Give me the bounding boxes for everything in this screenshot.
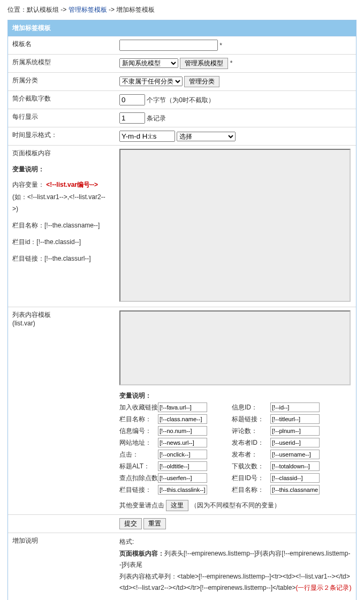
var-row: 信息编号： xyxy=(119,426,232,436)
var-row: 标题ALT： xyxy=(119,461,232,471)
submit-button[interactable]: 提交 xyxy=(119,518,142,529)
label-category: 所属分类 xyxy=(8,73,115,91)
star: * xyxy=(230,59,233,67)
var-field[interactable] xyxy=(270,473,320,483)
var-label: 评论数： xyxy=(232,427,270,436)
var-label: 标题链接： xyxy=(232,415,270,424)
content-var-label: 内容变量： xyxy=(12,181,44,188)
var-label: 栏目名称： xyxy=(232,485,270,495)
var-field[interactable] xyxy=(270,414,320,424)
var-row: 信息ID： xyxy=(232,402,352,412)
var-row: 栏目ID号： xyxy=(232,473,352,483)
other-vars-prefix: 其他变量请点击 xyxy=(119,502,164,509)
input-time-fmt[interactable] xyxy=(119,131,175,142)
breadcrumb-link[interactable]: 管理标签模板 xyxy=(69,6,107,13)
label-page-tpl: 页面模板内容 xyxy=(12,149,111,158)
var-label: 栏目ID号： xyxy=(232,474,270,483)
var-label: 加入收藏链接： xyxy=(119,403,158,412)
label-sys-model: 所属系统模型 xyxy=(8,55,115,73)
input-brief-len[interactable] xyxy=(119,94,145,105)
page-col-id: 栏目id：[!--the.classid--] xyxy=(12,236,111,248)
var-row: 加入收藏链接： xyxy=(119,402,232,412)
textarea-page-tpl[interactable] xyxy=(119,149,351,302)
content-var-value: <!--list.var编号--> xyxy=(46,181,98,188)
list-vars-title: 变量说明： xyxy=(119,391,352,400)
input-tpl-name[interactable] xyxy=(119,40,218,51)
var-row: 下载次数： xyxy=(232,461,352,471)
label-notes: 增加说明 xyxy=(8,533,115,601)
var-label: 标题ALT： xyxy=(119,462,158,471)
var-field[interactable] xyxy=(270,438,320,447)
label-tpl-name: 模板名 xyxy=(8,36,115,55)
breadcrumb: 位置：默认模板组 -> 管理标签模板 -> 增加标签模板 xyxy=(7,5,357,14)
page-vars-title: 变量说明： xyxy=(12,163,111,176)
var-field[interactable] xyxy=(270,485,320,495)
label-list-tpl-sub: (list.var) xyxy=(12,320,111,327)
var-field[interactable] xyxy=(158,473,207,483)
var-label: 网站地址： xyxy=(119,438,158,447)
breadcrumb-sep: -> xyxy=(109,6,116,13)
breadcrumb-prefix: 位置：默认模板组 -> xyxy=(7,6,69,13)
other-vars-suffix: （因为不同模型有不同的变量） xyxy=(191,502,280,509)
label-list-tpl: 列表内容模板 xyxy=(12,310,111,320)
breadcrumb-current: 增加标签模板 xyxy=(116,6,155,13)
other-vars-button[interactable]: 这里 xyxy=(166,500,188,511)
label-time-fmt: 时间显示格式： xyxy=(8,127,115,146)
label-brief-len: 简介截取字数 xyxy=(8,91,115,109)
var-label: 下载次数： xyxy=(232,462,270,471)
var-field[interactable] xyxy=(158,426,207,436)
var-row: 查点扣除点数： xyxy=(119,473,232,483)
notes-line1a: 页面模板内容： xyxy=(119,550,164,557)
var-label: 栏目链接： xyxy=(119,485,158,495)
panel-title: 增加标签模板 xyxy=(8,20,356,36)
page-col-link: 栏目链接：[!--the.classurl--] xyxy=(12,253,111,265)
var-field[interactable] xyxy=(158,414,207,424)
input-per-line[interactable] xyxy=(119,112,145,124)
var-field[interactable] xyxy=(158,485,207,495)
var-label: 信息编号： xyxy=(119,427,158,436)
label-per-line: 每行显示 xyxy=(8,109,115,127)
var-label: 发布者： xyxy=(232,450,270,459)
notes-fmt: 格式: xyxy=(119,536,352,548)
var-row: 点击： xyxy=(119,450,232,459)
var-row: 评论数： xyxy=(232,426,352,436)
form-table: 模板名 * 所属系统模型 新闻系统模型 管理系统模型 * 所属分类 不隶属于任何… xyxy=(8,36,356,600)
var-label: 栏目名称： xyxy=(119,415,158,424)
per-line-suffix: 条记录 xyxy=(147,115,166,122)
select-category[interactable]: 不隶属于任何分类 xyxy=(119,77,183,86)
var-label: 发布者ID： xyxy=(232,438,270,447)
var-row: 栏目名称： xyxy=(119,414,232,424)
brief-len-suffix: 个字节（为0时不截取） xyxy=(147,96,215,104)
var-label: 点击： xyxy=(119,450,158,459)
var-field[interactable] xyxy=(270,426,320,436)
var-field[interactable] xyxy=(270,450,320,459)
var-label: 查点扣除点数： xyxy=(119,474,158,483)
manage-sys-model-button[interactable]: 管理系统模型 xyxy=(180,58,228,69)
var-row: 标题链接： xyxy=(232,414,352,424)
notes-line2-hl: (一行显示２条记录) xyxy=(295,584,351,591)
var-field[interactable] xyxy=(270,402,320,412)
reset-button[interactable]: 重置 xyxy=(143,518,166,529)
var-row: 栏目链接： xyxy=(119,485,232,495)
select-time-fmt[interactable]: 选择 xyxy=(177,132,236,141)
var-field[interactable] xyxy=(158,450,207,459)
var-label: 信息ID： xyxy=(232,403,270,412)
star: * xyxy=(219,42,222,49)
textarea-list-tpl[interactable] xyxy=(119,310,351,385)
content-var-eg: (如：<!--list.var1-->,<!--list.var2-->) xyxy=(12,191,111,216)
var-row: 栏目名称： xyxy=(232,485,352,495)
var-field[interactable] xyxy=(158,461,207,471)
var-row: 网站地址： xyxy=(119,438,232,447)
select-sys-model[interactable]: 新闻系统模型 xyxy=(119,58,178,68)
var-field[interactable] xyxy=(158,438,207,447)
panel: 增加标签模板 模板名 * 所属系统模型 新闻系统模型 管理系统模型 * 所属分类 xyxy=(7,20,357,600)
manage-category-button[interactable]: 管理分类 xyxy=(184,76,219,87)
var-field[interactable] xyxy=(270,461,320,471)
var-row: 发布者： xyxy=(232,450,352,459)
var-row: 发布者ID： xyxy=(232,438,352,447)
var-field[interactable] xyxy=(158,402,207,412)
page-col-name: 栏目名称：[!--the.classname--] xyxy=(12,219,111,232)
